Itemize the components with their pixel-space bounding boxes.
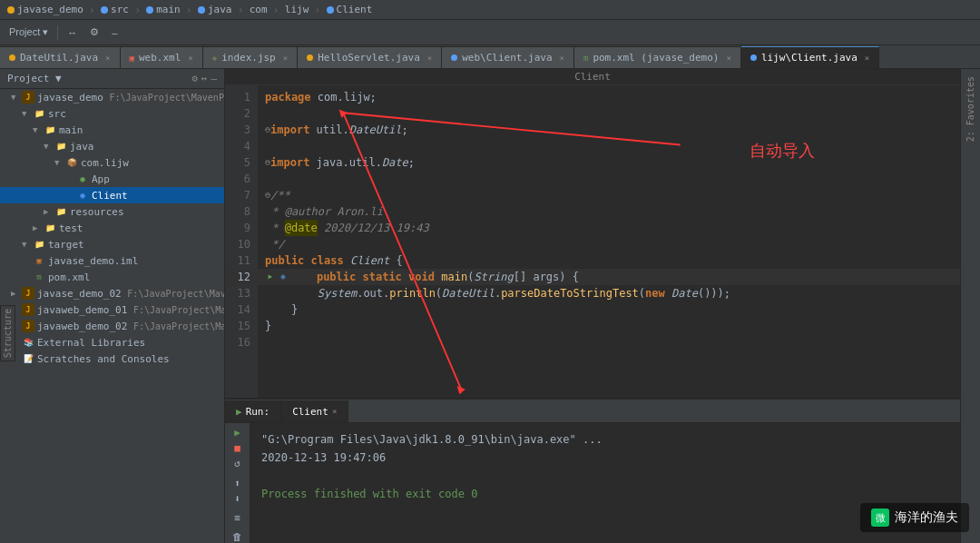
project-dropdown[interactable]: Project ▾ — [4, 25, 54, 40]
tab-close-webclient[interactable]: × — [560, 54, 564, 63]
line-num-4: 4 — [225, 138, 258, 154]
toolbar-collapse[interactable]: – — [106, 25, 122, 40]
tree-item-app[interactable]: ◉ App — [0, 171, 224, 187]
app-icon: ◉ — [76, 173, 89, 185]
breadcrumb-lijw[interactable]: lijw — [285, 4, 309, 15]
scratches-label: Scratches and Consoles — [37, 353, 170, 365]
tab-close-lijwclient[interactable]: × — [865, 54, 869, 63]
tab-close-helloservlet[interactable]: × — [427, 54, 432, 63]
sidebar-icon-gear[interactable]: ⚙ — [191, 73, 198, 84]
tab-close-indexjsp[interactable]: × — [283, 54, 288, 63]
expand-arrow: ▼ — [22, 240, 33, 249]
project-icon — [7, 6, 15, 14]
breadcrumb-java[interactable]: java — [198, 4, 232, 15]
line-num-9: 9 — [225, 220, 258, 236]
code-line-1: package com.lijw; — [258, 89, 960, 105]
tab-close-dateutil[interactable]: × — [105, 54, 110, 63]
toolbar-settings[interactable]: ⚙ — [84, 25, 104, 40]
client-icon: ◉ — [76, 189, 89, 202]
toolbar-scroll-from[interactable]: ↔ — [62, 25, 83, 40]
folder-icon: 📁 — [54, 205, 67, 218]
bottom-tab-run[interactable]: ▶ Run: — [225, 400, 281, 422]
expand-arrow: ▶ — [33, 223, 44, 232]
tree-item-src[interactable]: ▼ 📁 src — [0, 105, 224, 122]
tree-item-javaweb-demo-02[interactable]: ▶ J javaweb_demo_02 F:\JavaProject\Mav..… — [0, 318, 224, 334]
title-bar: javase_demo › src › main › java › com › … — [0, 0, 980, 20]
line-num-1: 1 — [225, 89, 258, 105]
scroll-down-button[interactable]: ⬇ — [230, 493, 246, 505]
breadcrumb-src[interactable]: src — [101, 4, 129, 15]
rerun-button[interactable]: ↺ — [230, 458, 246, 469]
tree-item-client[interactable]: ◉ Client — [0, 187, 224, 203]
code-lines[interactable]: package com.lijw; ⊖ import util.DateUtil… — [258, 85, 960, 398]
tree-item-scratches[interactable]: ▶ 📝 Scratches and Consoles — [0, 350, 224, 367]
line-num-16: 16 — [225, 334, 258, 350]
main-area: Project ▼ ⚙ ↔ – ▼ J javase_demo F:\JavaP… — [0, 69, 980, 543]
bottom-tab-close[interactable]: × — [332, 407, 337, 416]
tab-helloservlet[interactable]: HelloServlet.java × — [298, 46, 442, 68]
jsp-icon: ◈ — [212, 54, 217, 63]
tree-item-test[interactable]: ▶ 📁 test — [0, 220, 224, 236]
clear-button[interactable]: 🗑 — [230, 531, 246, 543]
breadcrumb-com[interactable]: com — [250, 4, 268, 15]
line-num-2: 2 — [225, 105, 258, 122]
run-icon: ▶ — [236, 406, 242, 418]
tab-dateutil[interactable]: DateUtil.java × — [0, 46, 121, 68]
code-container[interactable]: 1 2 3 4 5 6 7 8 9 10 11 12 13 14 15 16 — [225, 85, 960, 398]
line-num-15: 15 — [225, 318, 258, 334]
tree-item-java[interactable]: ▼ 📁 java — [0, 138, 224, 154]
sidebar-title: Project ▼ — [7, 73, 62, 84]
structure-tab[interactable]: Structure — [0, 305, 15, 361]
expand-arrow: ▼ — [22, 109, 33, 118]
tab-webxml[interactable]: ▣ web.xml × — [121, 46, 203, 68]
sidebar: Project ▼ ⚙ ↔ – ▼ J javase_demo F:\JavaP… — [0, 69, 225, 543]
tree-item-resources[interactable]: ▶ 📁 resources — [0, 203, 224, 220]
tab-close-webxml[interactable]: × — [188, 54, 192, 63]
line-num-3: 3 — [225, 122, 258, 138]
tree-item-external-libraries[interactable]: ▶ 📚 External Libraries — [0, 334, 224, 350]
run-exit-line: Process finished with exit code 0 — [261, 485, 949, 503]
scroll-up-button[interactable]: ⬆ — [230, 478, 246, 489]
right-icons-panel: 2: Favorites — [960, 69, 980, 543]
editor-filename: Client — [225, 69, 960, 85]
bottom-tab-client[interactable]: Client × — [281, 400, 348, 422]
bottom-panel: ▶ Run: Client × ▶ ■ ↺ ⬆ ⬇ ≡ 🗑 — [225, 398, 960, 543]
expand-arrow: ▶ — [44, 207, 54, 216]
tree-item-iml[interactable]: ▣ javase_demo.iml — [0, 252, 224, 269]
package-icon: 📦 — [65, 156, 78, 169]
maven-icon: m — [33, 271, 45, 283]
tab-webclient[interactable]: web\Client.java × — [442, 46, 574, 68]
tree-item-target[interactable]: ▼ 📁 target — [0, 236, 224, 252]
tab-indexjsp[interactable]: ◈ index.jsp × — [203, 46, 298, 68]
line-num-14: 14 — [225, 301, 258, 318]
sidebar-icon-sync[interactable]: ↔ — [201, 73, 208, 84]
soft-wrap-button[interactable]: ≡ — [230, 512, 246, 524]
code-line-6 — [258, 171, 960, 187]
breadcrumb-main[interactable]: main — [146, 4, 181, 15]
tab-pomxml[interactable]: m pom.xml (javase_demo) × — [574, 46, 741, 68]
breadcrumb-client[interactable]: Client — [327, 4, 373, 15]
tree-item-comlijw[interactable]: ▼ 📦 com.lijw — [0, 154, 224, 171]
tree-item-javase-demo-02[interactable]: ▶ J javase_demo_02 F:\JavaProject\Maven.… — [0, 285, 224, 301]
sidebar-icon-collapse[interactable]: – — [211, 73, 217, 84]
line-num-12: 12 — [225, 269, 258, 285]
tree-item-javaweb-demo-01[interactable]: ▶ J javaweb_demo_01 F:\JavaProject\Mav..… — [0, 301, 224, 318]
run-button[interactable]: ▶ — [230, 427, 246, 439]
line-numbers: 1 2 3 4 5 6 7 8 9 10 11 12 13 14 15 16 — [225, 85, 258, 398]
code-line-9: * @date 2020/12/13 19:43 — [258, 220, 960, 236]
tab-close-pomxml[interactable]: × — [726, 54, 730, 63]
tab-lijwclient[interactable]: lijw\Client.java × — [741, 46, 879, 68]
maven-icon: m — [583, 54, 588, 63]
stop-button[interactable]: ■ — [230, 442, 246, 454]
client-icon — [750, 54, 757, 61]
tree-item-javase-demo[interactable]: ▼ J javase_demo F:\JavaProject\MavenPra.… — [0, 89, 224, 105]
expand-arrow: ▼ — [54, 158, 65, 167]
line-num-11: 11 — [225, 252, 258, 269]
code-line-14: } — [258, 301, 960, 318]
run-left-icons: ▶ ■ ↺ ⬆ ⬇ ≡ 🗑 — [225, 423, 250, 543]
tree-item-pomxml[interactable]: m pom.xml — [0, 269, 224, 285]
debug-gutter-icon: ◉ — [278, 272, 289, 282]
favorites-tab[interactable]: 2: Favorites — [964, 73, 977, 145]
tree-item-main[interactable]: ▼ 📁 main — [0, 122, 224, 138]
line-num-8: 8 — [225, 203, 258, 220]
